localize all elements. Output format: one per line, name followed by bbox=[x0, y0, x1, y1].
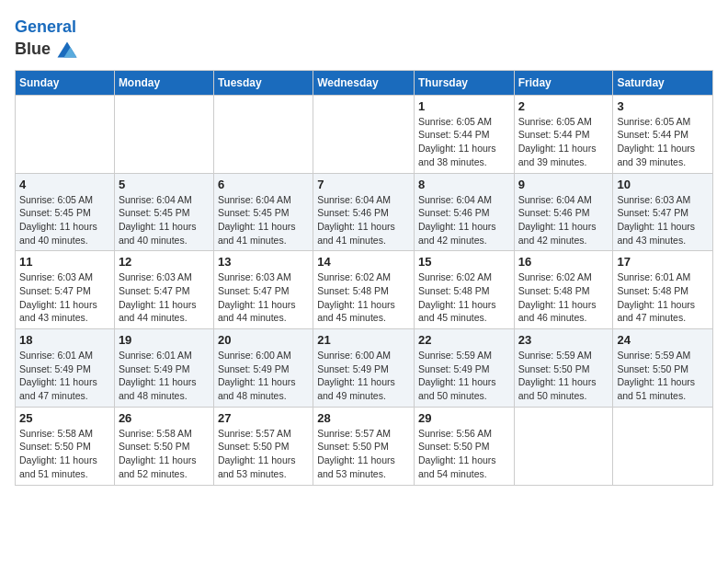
day-info: Sunrise: 6:03 AMSunset: 5:47 PMDaylight:… bbox=[19, 270, 110, 325]
calendar-cell: 13Sunrise: 6:03 AMSunset: 5:47 PMDayligh… bbox=[213, 251, 313, 329]
calendar-cell: 8Sunrise: 6:04 AMSunset: 5:46 PMDaylight… bbox=[414, 173, 514, 251]
calendar-week-row: 4Sunrise: 6:05 AMSunset: 5:45 PMDaylight… bbox=[16, 173, 713, 251]
day-number: 12 bbox=[119, 255, 210, 269]
calendar-cell: 20Sunrise: 6:00 AMSunset: 5:49 PMDayligh… bbox=[213, 329, 313, 408]
weekday-header-cell: Sunday bbox=[16, 70, 115, 95]
day-info: Sunrise: 6:03 AMSunset: 5:47 PMDaylight:… bbox=[119, 270, 210, 325]
calendar-cell: 28Sunrise: 5:57 AMSunset: 5:50 PMDayligh… bbox=[313, 407, 415, 485]
day-info: Sunrise: 6:01 AMSunset: 5:48 PMDaylight:… bbox=[617, 270, 709, 325]
day-number: 16 bbox=[518, 255, 609, 269]
calendar-cell bbox=[16, 95, 115, 173]
day-info: Sunrise: 6:04 AMSunset: 5:46 PMDaylight:… bbox=[418, 193, 510, 247]
logo-icon bbox=[54, 37, 80, 63]
day-info: Sunrise: 6:03 AMSunset: 5:47 PMDaylight:… bbox=[218, 270, 309, 325]
logo-text2: Blue bbox=[15, 40, 51, 59]
day-number: 11 bbox=[19, 255, 110, 269]
weekday-header-cell: Thursday bbox=[414, 70, 514, 95]
calendar-cell: 5Sunrise: 6:04 AMSunset: 5:45 PMDaylight… bbox=[114, 173, 213, 251]
weekday-header-cell: Saturday bbox=[613, 70, 713, 95]
day-number: 15 bbox=[418, 255, 510, 269]
day-number: 23 bbox=[518, 333, 609, 347]
calendar-cell: 4Sunrise: 6:05 AMSunset: 5:45 PMDaylight… bbox=[16, 173, 115, 251]
calendar-week-row: 11Sunrise: 6:03 AMSunset: 5:47 PMDayligh… bbox=[16, 251, 713, 329]
day-info: Sunrise: 6:05 AMSunset: 5:44 PMDaylight:… bbox=[418, 115, 510, 169]
day-info: Sunrise: 5:58 AMSunset: 5:50 PMDaylight:… bbox=[119, 427, 210, 481]
day-info: Sunrise: 6:01 AMSunset: 5:49 PMDaylight:… bbox=[19, 349, 110, 403]
day-info: Sunrise: 6:02 AMSunset: 5:48 PMDaylight:… bbox=[317, 270, 410, 325]
day-number: 20 bbox=[218, 333, 309, 347]
day-number: 17 bbox=[617, 255, 709, 269]
calendar-cell: 19Sunrise: 6:01 AMSunset: 5:49 PMDayligh… bbox=[114, 329, 213, 408]
calendar-cell: 12Sunrise: 6:03 AMSunset: 5:47 PMDayligh… bbox=[114, 251, 213, 329]
weekday-header-cell: Friday bbox=[514, 70, 613, 95]
calendar-cell: 21Sunrise: 6:00 AMSunset: 5:49 PMDayligh… bbox=[313, 329, 415, 408]
day-info: Sunrise: 5:59 AMSunset: 5:49 PMDaylight:… bbox=[418, 349, 510, 403]
day-number: 7 bbox=[317, 178, 410, 191]
calendar-cell: 7Sunrise: 6:04 AMSunset: 5:46 PMDaylight… bbox=[313, 173, 415, 251]
calendar-cell: 25Sunrise: 5:58 AMSunset: 5:50 PMDayligh… bbox=[16, 407, 115, 485]
day-number: 27 bbox=[218, 411, 309, 425]
day-number: 21 bbox=[317, 333, 410, 347]
calendar-cell: 1Sunrise: 6:05 AMSunset: 5:44 PMDaylight… bbox=[414, 95, 514, 173]
calendar-cell: 16Sunrise: 6:02 AMSunset: 5:48 PMDayligh… bbox=[514, 251, 613, 329]
header: General Blue bbox=[15, 15, 713, 63]
day-info: Sunrise: 6:04 AMSunset: 5:45 PMDaylight:… bbox=[218, 193, 309, 247]
weekday-header-cell: Monday bbox=[114, 70, 213, 95]
calendar-cell: 18Sunrise: 6:01 AMSunset: 5:49 PMDayligh… bbox=[16, 329, 115, 408]
weekday-header-cell: Tuesday bbox=[213, 70, 313, 95]
day-number: 5 bbox=[119, 178, 210, 191]
calendar-week-row: 25Sunrise: 5:58 AMSunset: 5:50 PMDayligh… bbox=[16, 407, 713, 485]
calendar-cell: 6Sunrise: 6:04 AMSunset: 5:45 PMDaylight… bbox=[213, 173, 313, 251]
calendar-body: 1Sunrise: 6:05 AMSunset: 5:44 PMDaylight… bbox=[16, 95, 713, 485]
day-number: 26 bbox=[119, 411, 210, 425]
calendar-cell: 9Sunrise: 6:04 AMSunset: 5:46 PMDaylight… bbox=[514, 173, 613, 251]
day-info: Sunrise: 6:02 AMSunset: 5:48 PMDaylight:… bbox=[518, 270, 609, 325]
day-info: Sunrise: 6:01 AMSunset: 5:49 PMDaylight:… bbox=[119, 349, 210, 403]
day-info: Sunrise: 5:57 AMSunset: 5:50 PMDaylight:… bbox=[317, 427, 410, 481]
calendar-cell: 17Sunrise: 6:01 AMSunset: 5:48 PMDayligh… bbox=[613, 251, 713, 329]
calendar-cell bbox=[213, 95, 313, 173]
calendar: SundayMondayTuesdayWednesdayThursdayFrid… bbox=[15, 70, 713, 486]
weekday-header-cell: Wednesday bbox=[313, 70, 415, 95]
calendar-cell bbox=[114, 95, 213, 173]
calendar-cell: 2Sunrise: 6:05 AMSunset: 5:44 PMDaylight… bbox=[514, 95, 613, 173]
calendar-cell: 24Sunrise: 5:59 AMSunset: 5:50 PMDayligh… bbox=[613, 329, 713, 408]
day-info: Sunrise: 5:59 AMSunset: 5:50 PMDaylight:… bbox=[617, 349, 709, 403]
day-number: 9 bbox=[518, 178, 609, 191]
day-info: Sunrise: 5:59 AMSunset: 5:50 PMDaylight:… bbox=[518, 349, 609, 403]
calendar-cell: 14Sunrise: 6:02 AMSunset: 5:48 PMDayligh… bbox=[313, 251, 415, 329]
day-info: Sunrise: 5:57 AMSunset: 5:50 PMDaylight:… bbox=[218, 427, 309, 481]
calendar-cell bbox=[313, 95, 415, 173]
day-number: 4 bbox=[19, 178, 110, 191]
logo: General Blue bbox=[15, 18, 80, 63]
day-info: Sunrise: 6:00 AMSunset: 5:49 PMDaylight:… bbox=[218, 349, 309, 403]
day-number: 3 bbox=[617, 99, 709, 113]
day-number: 14 bbox=[317, 255, 410, 269]
calendar-cell: 3Sunrise: 6:05 AMSunset: 5:44 PMDaylight… bbox=[613, 95, 713, 173]
calendar-cell: 27Sunrise: 5:57 AMSunset: 5:50 PMDayligh… bbox=[213, 407, 313, 485]
calendar-cell: 15Sunrise: 6:02 AMSunset: 5:48 PMDayligh… bbox=[414, 251, 514, 329]
calendar-week-row: 1Sunrise: 6:05 AMSunset: 5:44 PMDaylight… bbox=[16, 95, 713, 173]
calendar-cell: 11Sunrise: 6:03 AMSunset: 5:47 PMDayligh… bbox=[16, 251, 115, 329]
calendar-cell: 10Sunrise: 6:03 AMSunset: 5:47 PMDayligh… bbox=[613, 173, 713, 251]
day-number: 8 bbox=[418, 178, 510, 191]
day-info: Sunrise: 6:03 AMSunset: 5:47 PMDaylight:… bbox=[617, 193, 709, 247]
calendar-cell: 22Sunrise: 5:59 AMSunset: 5:49 PMDayligh… bbox=[414, 329, 514, 408]
day-number: 6 bbox=[218, 178, 309, 191]
day-number: 13 bbox=[218, 255, 309, 269]
day-info: Sunrise: 6:05 AMSunset: 5:44 PMDaylight:… bbox=[518, 115, 609, 169]
calendar-cell bbox=[514, 407, 613, 485]
day-info: Sunrise: 6:04 AMSunset: 5:46 PMDaylight:… bbox=[317, 193, 410, 247]
day-info: Sunrise: 6:05 AMSunset: 5:44 PMDaylight:… bbox=[617, 115, 709, 169]
day-number: 19 bbox=[119, 333, 210, 347]
day-number: 1 bbox=[418, 99, 510, 113]
day-number: 22 bbox=[418, 333, 510, 347]
calendar-cell: 23Sunrise: 5:59 AMSunset: 5:50 PMDayligh… bbox=[514, 329, 613, 408]
day-info: Sunrise: 6:04 AMSunset: 5:46 PMDaylight:… bbox=[518, 193, 609, 247]
day-info: Sunrise: 5:56 AMSunset: 5:50 PMDaylight:… bbox=[418, 427, 510, 481]
day-info: Sunrise: 6:00 AMSunset: 5:49 PMDaylight:… bbox=[317, 349, 410, 403]
day-number: 18 bbox=[19, 333, 110, 347]
day-info: Sunrise: 5:58 AMSunset: 5:50 PMDaylight:… bbox=[19, 427, 110, 481]
day-info: Sunrise: 6:02 AMSunset: 5:48 PMDaylight:… bbox=[418, 270, 510, 325]
day-number: 28 bbox=[317, 411, 410, 425]
